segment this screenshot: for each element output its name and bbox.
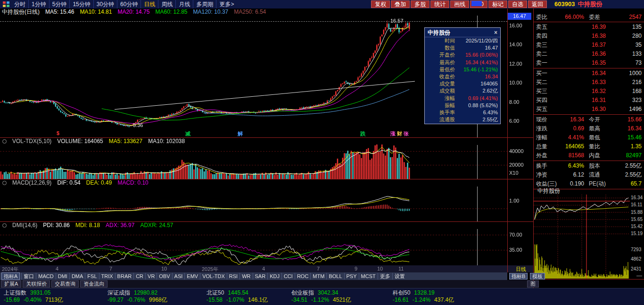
indicator-tab[interactable]: MCST xyxy=(359,273,378,280)
event-marker[interactable]: 跌 xyxy=(360,130,365,137)
bottom-tab[interactable]: 扩展A xyxy=(1,280,21,288)
price-axis-label: 16.00 xyxy=(509,23,522,28)
toolbar-button[interactable]: 画线 xyxy=(450,0,469,8)
picture-tab[interactable]: 图 xyxy=(527,280,539,288)
pane-toggle-icon[interactable] xyxy=(2,181,7,185)
indicator-tab[interactable]: 指标A xyxy=(1,272,20,280)
close-icon[interactable]: × xyxy=(494,28,497,37)
price-axis-label: 20000 xyxy=(509,162,524,168)
toolbar-button[interactable]: 统计 xyxy=(430,0,449,8)
indicator-tab[interactable]: RSI xyxy=(227,273,239,280)
indicator-tab[interactable]: VOL-TDX xyxy=(200,273,227,280)
menubar-period-item[interactable]: 15分钟 xyxy=(69,0,93,8)
ask-row[interactable]: 卖三 16.37 35 xyxy=(534,41,644,50)
macd-legend-item: DIF: 0.54 xyxy=(57,179,80,186)
dmi-pane-header: DMI(14,6)PDI: 30.86MDI: 8.18ADX: 36.97AD… xyxy=(0,222,507,229)
ask-row[interactable]: 卖五 16.39 135 xyxy=(534,23,644,32)
pane-toggle-icon[interactable] xyxy=(2,223,7,228)
indicator-tab[interactable]: DMI xyxy=(56,273,69,280)
bottom-tab[interactable]: 资金流向 xyxy=(80,280,107,288)
toolbar-button[interactable]: 复权 xyxy=(371,0,390,8)
indicator-tab[interactable]: PSY xyxy=(344,273,359,280)
indicator-tab[interactable]: FSL xyxy=(85,273,99,280)
indicator-tab[interactable]: 设置 xyxy=(392,273,407,280)
event-marker[interactable]: $ xyxy=(57,130,59,136)
indicator-b-button[interactable]: 指标B xyxy=(509,273,528,280)
indicator-tab[interactable]: MTM xyxy=(310,273,326,280)
stats-block-b: 换手6.43% 股本2.55亿 净资6.12 流通2.55亿 收益(三)0.19… xyxy=(534,161,644,188)
date-label: 10 xyxy=(377,266,383,271)
indicator-tab[interactable]: DMA xyxy=(69,273,85,280)
menubar-period-item[interactable]: 60分钟 xyxy=(117,0,140,8)
event-marker[interactable]: 张 xyxy=(404,130,409,137)
indicator-tab[interactable]: MACD xyxy=(36,273,55,280)
date-label: 7 xyxy=(317,266,320,271)
bid-row[interactable]: 买二 16.33 216 xyxy=(534,78,644,87)
tooltip-row: 时间 2025/11/20/四 xyxy=(425,37,500,44)
event-marker[interactable]: 财 xyxy=(397,130,402,137)
bid-row[interactable]: 买一 16.34 1000 xyxy=(534,69,644,78)
bid-row[interactable]: 买五 16.30 1496 xyxy=(534,105,644,114)
ma-legend-item: MA10: 14.81 xyxy=(80,8,112,16)
macd-chart-canvas[interactable] xyxy=(0,186,507,221)
ask-row[interactable]: 卖二 16.36 133 xyxy=(534,50,644,59)
bid-row[interactable]: 买三 16.32 168 xyxy=(534,87,644,96)
index-quote[interactable]: 上证指数3931.05 -15.69-0.40%7113亿 xyxy=(4,289,67,304)
volume-chart-canvas[interactable] xyxy=(0,144,507,179)
bottom-tab[interactable]: 关联报价 xyxy=(23,280,50,288)
index-quote[interactable]: 北证501445.54 -15.58-1.07%146.1亿 xyxy=(206,289,272,304)
indicator-tab[interactable]: CR xyxy=(133,273,145,280)
index-quote[interactable]: 深证成指12980.82 -99.27-0.76%9968亿 xyxy=(107,289,171,304)
index-quote[interactable]: 科创501328.19 -16.61-1.24%437.4亿 xyxy=(393,289,458,304)
mini-axis-label: 2431 xyxy=(631,266,641,271)
menubar-period-item[interactable]: 分时 xyxy=(11,0,28,8)
menubar-period-item[interactable]: 5分钟 xyxy=(49,0,70,8)
indicator-tab[interactable]: SAR xyxy=(253,273,268,280)
template-button[interactable]: 模板 xyxy=(530,273,545,280)
mini-chart-canvas[interactable] xyxy=(534,195,630,279)
indicator-tab[interactable]: BOLL xyxy=(326,273,344,280)
indicator-tab[interactable]: BRAR xyxy=(115,273,134,280)
bid-row[interactable]: 买四 16.31 323 xyxy=(534,96,644,105)
index-quote[interactable]: 创业板指3042.34 -34.51-1.12%4521亿 xyxy=(291,289,355,304)
indicator-tab[interactable]: KDJ xyxy=(267,273,281,280)
stat-row: 外盘81568 内盘82497 xyxy=(534,151,644,160)
volume-legend-item: MA10: 102038 xyxy=(148,138,185,145)
indicator-tab[interactable]: ASI xyxy=(172,273,185,280)
indicator-tab[interactable]: OBV xyxy=(157,273,172,280)
bottom-tab[interactable]: 交易查询 xyxy=(51,280,79,288)
menubar-period-item[interactable]: 日线 xyxy=(140,0,158,8)
pane-toggle-icon[interactable] xyxy=(2,139,7,144)
weibi-row: 委比66.00% 委差2547 xyxy=(534,13,644,21)
event-marker[interactable]: 解 xyxy=(238,130,243,137)
indicator-tab[interactable]: ROC xyxy=(295,273,310,280)
menubar-period-item[interactable]: 1分钟 xyxy=(28,0,49,8)
indicator-tab[interactable]: TRIX xyxy=(99,273,115,280)
ask-row[interactable]: 卖四 16.38 280 xyxy=(534,32,644,41)
toolbar-button[interactable]: 标记 xyxy=(488,0,507,8)
menubar-period-item[interactable]: 30分钟 xyxy=(93,0,117,8)
indicator-tab[interactable]: 更多 xyxy=(378,273,392,280)
minimize-icon[interactable]: — xyxy=(636,272,642,279)
macd-legend-item: DEA: 0.49 xyxy=(86,179,112,186)
indicator-tab[interactable]: CCI xyxy=(281,273,295,280)
macd-legend: MACD(12,26,9)DIF: 0.54DEA: 0.49MACD: 0.1… xyxy=(12,179,149,186)
menubar-period-item[interactable]: 更多> xyxy=(216,0,237,8)
menubar-period-item[interactable]: 多周期 xyxy=(193,0,216,8)
date-label: 11 xyxy=(398,266,404,271)
toolbar-button[interactable]: 多股 xyxy=(411,0,429,8)
indicator-tab[interactable]: WR xyxy=(239,273,252,280)
indicator-tab[interactable]: VR xyxy=(145,273,157,280)
price-axis-label: 70.00 xyxy=(509,232,522,237)
indicator-tab[interactable]: EMV xyxy=(184,273,200,280)
indicator-tab[interactable]: 窗口 xyxy=(21,273,36,280)
toolbar-button[interactable]: 叠加 xyxy=(391,0,410,8)
menubar-period-item[interactable]: 月线 xyxy=(175,0,193,8)
ask-row[interactable]: 卖一 16.35 73 xyxy=(534,59,644,68)
event-marker[interactable]: 减 xyxy=(185,130,190,137)
dmi-chart-canvas[interactable] xyxy=(0,229,507,265)
menubar-period-item[interactable]: 周线 xyxy=(158,0,175,8)
volume-legend-item: MA5: 133627 xyxy=(109,138,142,145)
grid-icon[interactable] xyxy=(3,1,9,7)
event-marker[interactable]: 涨 xyxy=(390,130,396,137)
